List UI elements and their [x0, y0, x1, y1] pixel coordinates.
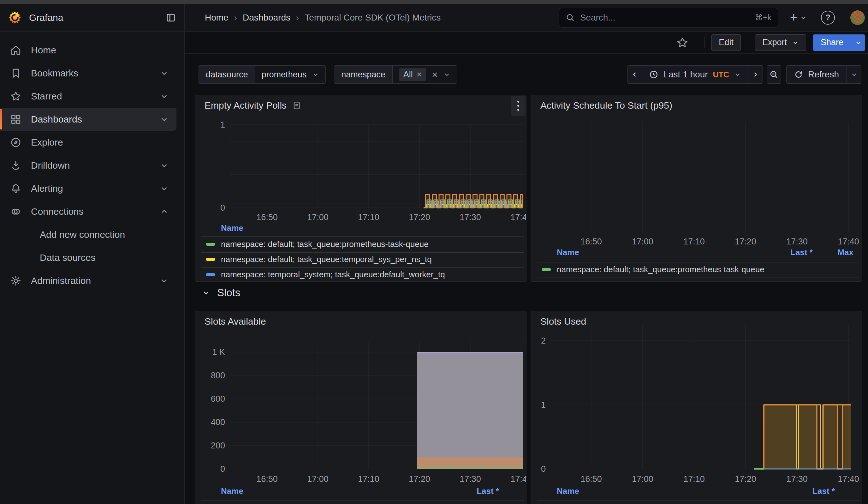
time-range-picker[interactable]: Last 1 hour UTC	[642, 65, 748, 84]
panel-slots-used: Slots Used21016:5017:0017:1017:2017:3017…	[530, 311, 862, 504]
datasource-filter-label: datasource	[199, 66, 255, 83]
series-label[interactable]: namespace: default; task_queue:prometheu…	[221, 503, 428, 504]
chevron-right-icon	[752, 71, 759, 78]
chart-plot-area[interactable]: 1 K800600400200016:5017:0017:1017:2017:3…	[195, 311, 526, 504]
legend-column-last[interactable]: Last *	[813, 486, 835, 496]
sidebar-item-label: Starred	[31, 91, 62, 102]
close-icon[interactable]: ×	[432, 70, 438, 80]
sidebar-header: Grafana	[0, 4, 184, 32]
namespace-filter-pill[interactable]: All ×	[399, 68, 426, 81]
panel-description-icon[interactable]	[292, 101, 301, 110]
svg-text:200: 200	[211, 441, 225, 450]
breadcrumb-separator: ›	[234, 13, 237, 23]
refresh-button[interactable]: Refresh	[786, 65, 847, 84]
svg-text:17:40: 17:40	[510, 213, 526, 222]
svg-text:17:00: 17:00	[307, 213, 329, 222]
namespace-filter: namespace All × ×	[334, 65, 457, 84]
search-input[interactable]: Search... ⌘+k	[559, 8, 778, 28]
legend-column-last[interactable]: Last *	[477, 486, 499, 496]
sidebar-toggle-icon[interactable]	[165, 12, 176, 23]
chevron-down-icon	[792, 39, 799, 46]
avatar[interactable]	[850, 10, 865, 25]
grafana-logo-icon[interactable]	[8, 10, 21, 25]
bookmark-icon	[9, 68, 22, 79]
legend-row[interactable]: namespace: default; task_queue:prometheu…	[195, 502, 526, 504]
legend-column-name[interactable]: Name	[557, 248, 579, 257]
sidebar-item-home[interactable]: Home	[0, 39, 176, 62]
breadcrumb-current: Temporal Core SDK (OTel) Metrics	[304, 13, 441, 23]
help-button[interactable]: ?	[821, 11, 835, 25]
time-controls: Last 1 hour UTC	[628, 65, 861, 84]
panel-title[interactable]: Slots Available	[205, 316, 266, 327]
legend-row[interactable]: namespace: temporal_system; task_queue:d…	[195, 269, 526, 280]
zoom-out-button[interactable]	[767, 65, 781, 84]
panel-title[interactable]: Empty Activity Polls	[205, 100, 301, 111]
close-icon[interactable]: ×	[417, 70, 422, 79]
breadcrumb-dashboards[interactable]: Dashboards	[243, 13, 290, 23]
time-shift-forward-button[interactable]	[748, 65, 763, 84]
legend-row[interactable]: namespace: default; task_queue:prometheu…	[531, 264, 862, 275]
chevron-left-icon	[631, 71, 639, 78]
page-header: Home › Dashboards › Temporal Core SDK (O…	[185, 4, 868, 32]
breadcrumb-home[interactable]: Home	[205, 13, 228, 23]
sidebar-item-connections[interactable]: Connections	[0, 200, 176, 223]
favorite-star-icon[interactable]	[676, 37, 689, 49]
sidebar-item-drilldown[interactable]: Drilldown	[0, 154, 176, 177]
legend-row[interactable]: namespace: default; task_queue:prometheu…	[195, 239, 526, 249]
star-icon	[9, 91, 22, 102]
series-label[interactable]: namespace: default; task_queue:prometheu…	[557, 503, 764, 504]
legend-separator	[537, 501, 859, 501]
chart-plot-area[interactable]: 21016:5017:0017:1017:2017:3017:40	[531, 311, 862, 504]
search-placeholder: Search...	[580, 13, 616, 23]
chevron-down-icon	[855, 39, 862, 46]
series-label[interactable]: namespace: default; task_queue:prometheu…	[557, 265, 764, 275]
refresh-interval-dropdown[interactable]	[847, 65, 861, 84]
svg-text:1: 1	[541, 400, 546, 410]
chevron-down-icon	[160, 277, 168, 285]
sidebar-item-label: Alerting	[31, 183, 63, 194]
chart-plot-area[interactable]: 1016:5017:0017:1017:2017:3017:40	[195, 95, 526, 281]
panel-title[interactable]: Slots Used	[540, 316, 586, 327]
sidebar-item-dashboards[interactable]: Dashboards	[0, 108, 176, 131]
series-label[interactable]: namespace: temporal_system; task_queue:d…	[221, 270, 445, 279]
legend-column-name[interactable]: Name	[221, 486, 244, 496]
svg-text:16:50: 16:50	[580, 237, 602, 246]
panel-slots-available: Slots Available1 K800600400200016:5017:0…	[195, 311, 526, 504]
legend-row[interactable]: namespace: default; task_queue:temporal_…	[195, 254, 526, 265]
add-menu-button[interactable]: +	[790, 10, 807, 25]
legend-separator	[202, 501, 524, 501]
sidebar-nav: Home Bookmarks Starred Dashboards Explor…	[0, 32, 184, 292]
namespace-filter-value[interactable]: All × ×	[393, 66, 457, 83]
datasource-filter-value[interactable]: prometheus	[255, 66, 326, 83]
sidebar-item-explore[interactable]: Explore	[0, 131, 176, 154]
legend-column-name[interactable]: Name	[221, 223, 244, 233]
export-button[interactable]: Export	[755, 34, 806, 51]
chevron-down-icon	[160, 69, 168, 78]
series-swatch	[542, 268, 551, 271]
series-label[interactable]: namespace: default; task_queue:prometheu…	[221, 239, 428, 249]
legend-column-max[interactable]: Max	[837, 248, 854, 257]
legend-column-name[interactable]: Name	[557, 486, 579, 496]
time-shift-back-button[interactable]	[628, 65, 642, 84]
sidebar-item-add-new-connection[interactable]: Add new connection	[0, 223, 176, 246]
legend-separator	[202, 236, 524, 237]
share-dropdown-button[interactable]	[851, 34, 865, 51]
time-range-label: Last 1 hour	[663, 70, 707, 80]
share-button[interactable]: Share	[813, 34, 851, 51]
panel-menu-kebab-icon[interactable]	[511, 96, 526, 116]
panel-title[interactable]: Activity Schedule To Start (p95)	[540, 100, 672, 111]
sidebar-item-starred[interactable]: Starred	[0, 85, 176, 108]
section-row-slots[interactable]: Slots	[202, 282, 240, 303]
window-title-strip	[0, 0, 868, 4]
legend-row[interactable]: namespace: default; task_queue:prometheu…	[531, 502, 862, 504]
sidebar-item-alerting[interactable]: Alerting	[0, 177, 176, 200]
plus-icon: +	[790, 10, 797, 25]
sidebar-item-data-sources[interactable]: Data sources	[0, 246, 176, 269]
sidebar-item-administration[interactable]: Administration	[0, 269, 176, 292]
edit-button[interactable]: Edit	[711, 34, 741, 51]
series-label[interactable]: namespace: default; task_queue:temporal_…	[221, 255, 432, 264]
legend-column-last[interactable]: Last *	[790, 248, 813, 257]
chevron-down-icon	[443, 71, 451, 78]
svg-text:17:40: 17:40	[838, 237, 859, 246]
sidebar-item-bookmarks[interactable]: Bookmarks	[0, 62, 176, 85]
